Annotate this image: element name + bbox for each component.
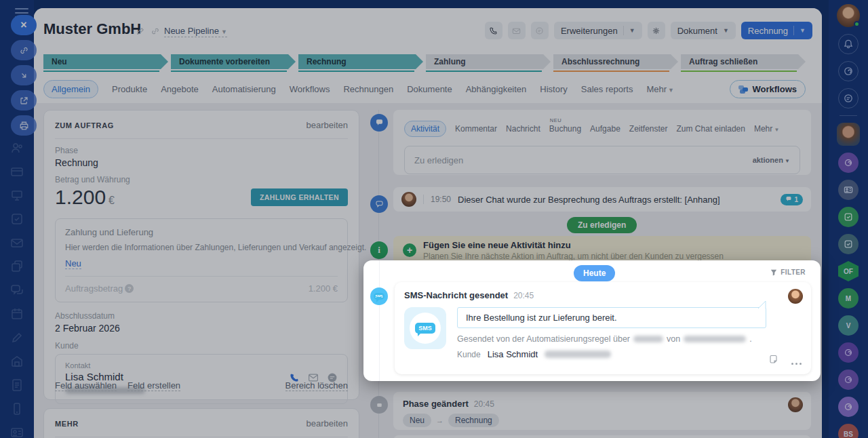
sms-timeline-icon: SMS [370,287,388,305]
sms-entry-time: 20:45 [513,291,534,300]
sms-message-text: Ihre Bestellung ist zur Lieferung bereit… [466,313,617,323]
sms-sent-info: Gesendet von der Automatisierungsregel ü… [457,334,802,344]
redacted-text [684,336,746,342]
sms-message-box: Ihre Bestellung ist zur Lieferung bereit… [457,307,766,328]
customer-name[interactable]: Lisa Schmidt [488,349,538,359]
redacted-text [633,336,663,342]
today-badge: Heute [574,265,615,281]
highlighted-feed-section: Heute FILTER SMS SMS-Nachricht gesendet … [363,260,821,381]
avatar [788,289,803,304]
filter-button[interactable]: FILTER [765,266,811,279]
funnel-icon [770,269,777,276]
redacted-text [545,351,611,358]
sms-entry-title: SMS-Nachricht gesendet [404,290,508,300]
sms-app-icon: SMS [404,307,446,349]
note-icon[interactable] [768,355,778,367]
sms-entry-card[interactable]: SMS-Nachricht gesendet 20:45 SMS Ihre Be… [395,282,811,374]
sms-customer-row: Kunde Lisa Schmidt [457,349,802,359]
more-options-icon[interactable] [789,355,802,367]
speech-tail [757,300,766,311]
